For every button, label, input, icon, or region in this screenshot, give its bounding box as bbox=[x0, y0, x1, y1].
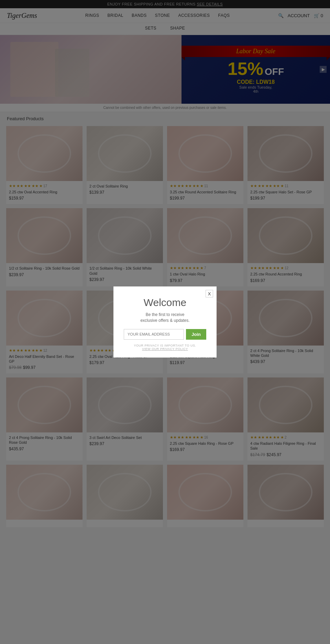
modal-overlay[interactable]: X Welcome Be the first to receiveexclusi… bbox=[0, 0, 330, 533]
modal-form: Join bbox=[124, 329, 206, 340]
privacy-link[interactable]: VIEW OUR PRIVACY POLICY bbox=[142, 347, 188, 351]
email-input[interactable] bbox=[124, 329, 184, 340]
modal-subtitle: Be the first to receiveexclusive offers … bbox=[124, 312, 206, 324]
modal-close-button[interactable]: X bbox=[206, 290, 213, 297]
modal-title: Welcome bbox=[124, 297, 206, 308]
privacy-text: YOUR PRIVACY IS IMPORTANT TO US. VIEW OU… bbox=[124, 344, 206, 351]
join-button[interactable]: Join bbox=[186, 329, 206, 340]
welcome-modal: X Welcome Be the first to receiveexclusi… bbox=[113, 286, 217, 358]
